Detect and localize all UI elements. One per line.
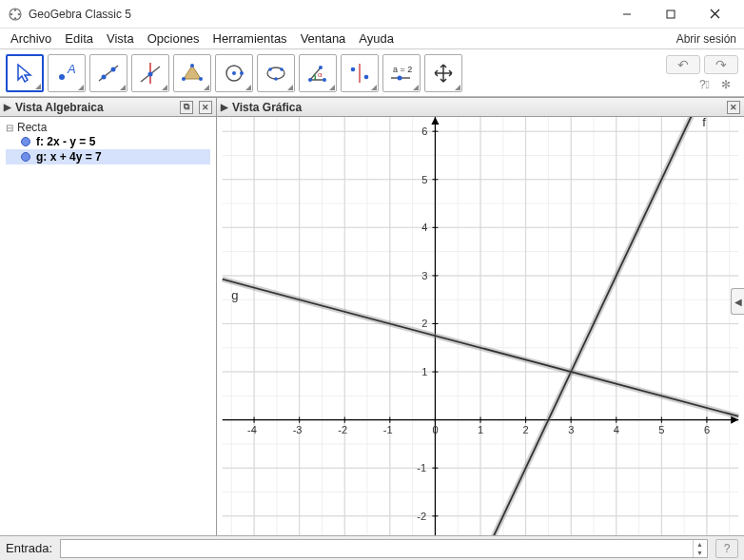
algebra-header[interactable]: ▶ Vista Algebraica ⧉ ✕ xyxy=(0,98,216,117)
tool-circle[interactable] xyxy=(215,54,253,92)
panel-close-button[interactable]: ✕ xyxy=(199,101,212,114)
close-button[interactable] xyxy=(693,1,736,28)
menu-window[interactable]: Ventana xyxy=(298,29,349,48)
svg-point-24 xyxy=(268,68,272,71)
svg-text:0: 0 xyxy=(432,424,438,435)
maximize-button[interactable] xyxy=(649,1,693,28)
main-area: ▶ Vista Algebraica ⧉ ✕ ⊟ Recta f: 2x - y… xyxy=(0,97,744,535)
menu-tools[interactable]: Herramientas xyxy=(210,29,290,48)
svg-text:4: 4 xyxy=(614,424,619,435)
menu-options[interactable]: Opciones xyxy=(145,29,203,48)
tree-category[interactable]: ⊟ Recta xyxy=(6,121,210,134)
svg-point-33 xyxy=(364,74,369,79)
svg-point-35 xyxy=(398,75,402,80)
svg-text:2: 2 xyxy=(523,424,529,435)
menu-file[interactable]: Archivo xyxy=(8,29,54,48)
tree-item-g[interactable]: g: x + 4y = 7 xyxy=(6,149,210,164)
tool-move[interactable] xyxy=(6,54,44,92)
menubar: Archivo Edita Vista Opciones Herramienta… xyxy=(0,29,744,49)
graph-svg: -4-3-2-10123456-2-1123456fg xyxy=(217,117,744,535)
svg-text:g: g xyxy=(231,288,238,302)
svg-text:1: 1 xyxy=(478,424,483,435)
minimize-button[interactable] xyxy=(605,1,649,28)
svg-text:6: 6 xyxy=(421,126,427,137)
menu-edit[interactable]: Edita xyxy=(62,29,96,48)
graphics-header[interactable]: ▶ Vista Gráfica ✕ xyxy=(217,98,744,117)
svg-text:5: 5 xyxy=(658,424,664,435)
settings-icon[interactable]: ✻ xyxy=(721,78,731,91)
svg-text:3: 3 xyxy=(421,270,427,281)
input-bar: Entrada: ▲▼ ? xyxy=(0,535,744,560)
side-panel-toggle[interactable]: ◀ xyxy=(731,288,744,315)
input-history-stepper[interactable]: ▲▼ xyxy=(693,540,706,557)
svg-point-16 xyxy=(148,71,153,76)
tool-perpendicular[interactable] xyxy=(131,54,169,92)
window-title: GeoGebra Classic 5 xyxy=(29,8,605,21)
svg-point-12 xyxy=(102,74,107,79)
svg-point-26 xyxy=(274,77,278,81)
svg-point-1 xyxy=(10,12,13,15)
tool-polygon[interactable] xyxy=(173,54,211,92)
svg-text:-3: -3 xyxy=(293,424,303,435)
graph-canvas[interactable]: -4-3-2-10123456-2-1123456fg xyxy=(217,117,744,535)
panel-popout-button[interactable]: ⧉ xyxy=(180,101,193,114)
collapse-icon: ▶ xyxy=(4,102,11,112)
collapse-icon: ▶ xyxy=(221,102,228,112)
input-field[interactable]: ▲▼ xyxy=(60,539,708,558)
svg-point-21 xyxy=(232,71,236,75)
svg-point-19 xyxy=(182,77,186,81)
tool-slider[interactable]: a = 2 xyxy=(382,54,421,92)
svg-point-13 xyxy=(111,67,116,71)
svg-text:A: A xyxy=(67,62,76,76)
tree-item-label: f: 2x - y = 5 xyxy=(36,135,95,148)
svg-text:-1: -1 xyxy=(383,424,393,435)
menu-view[interactable]: Vista xyxy=(104,29,137,48)
visibility-toggle-icon[interactable] xyxy=(21,137,30,146)
svg-text:-2: -2 xyxy=(417,511,426,522)
svg-point-17 xyxy=(190,64,194,68)
svg-text:3: 3 xyxy=(568,424,574,435)
svg-point-4 xyxy=(14,17,17,20)
slider-label: a = 2 xyxy=(393,65,412,74)
svg-text:5: 5 xyxy=(421,174,427,185)
tool-angle[interactable]: α xyxy=(299,54,337,92)
svg-point-28 xyxy=(323,78,326,82)
tree-expand-icon: ⊟ xyxy=(6,123,13,133)
titlebar: GeoGebra Classic 5 xyxy=(0,0,744,29)
tree-category-label: Recta xyxy=(17,121,47,134)
svg-point-27 xyxy=(308,78,312,82)
svg-text:4: 4 xyxy=(421,222,427,233)
undo-button[interactable]: ↶ xyxy=(666,55,700,74)
svg-point-29 xyxy=(319,66,323,69)
svg-text:α: α xyxy=(318,70,323,79)
svg-point-18 xyxy=(199,77,203,81)
tool-line[interactable] xyxy=(89,54,127,92)
svg-point-9 xyxy=(59,74,65,80)
tool-reflect[interactable] xyxy=(341,54,379,92)
graphics-title: Vista Gráfica xyxy=(232,101,302,114)
tool-conic[interactable] xyxy=(257,54,295,92)
tool-move-view[interactable] xyxy=(424,54,462,92)
algebra-title: Vista Algebraica xyxy=(15,101,104,114)
redo-button[interactable]: ↷ xyxy=(704,55,738,74)
svg-text:f: f xyxy=(702,117,706,129)
svg-point-2 xyxy=(18,12,21,15)
graphics-panel: ▶ Vista Gráfica ✕ -4-3-2-10123456-2-1123… xyxy=(217,98,744,535)
panel-close-button[interactable]: ✕ xyxy=(727,101,740,114)
algebra-panel: ▶ Vista Algebraica ⧉ ✕ ⊟ Recta f: 2x - y… xyxy=(0,98,217,535)
app-icon xyxy=(8,7,23,22)
tree-item-f[interactable]: f: 2x - y = 5 xyxy=(6,134,210,149)
svg-point-22 xyxy=(240,71,244,75)
sign-in-link[interactable]: Abrir sesión xyxy=(676,32,736,46)
input-label: Entrada: xyxy=(6,541,52,555)
svg-line-11 xyxy=(99,66,118,81)
help-icon[interactable]: ?⃝ xyxy=(699,78,710,91)
svg-text:2: 2 xyxy=(421,318,427,329)
menu-help[interactable]: Ayuda xyxy=(356,29,397,48)
svg-rect-6 xyxy=(667,10,675,18)
svg-point-25 xyxy=(280,68,284,71)
visibility-toggle-icon[interactable] xyxy=(21,152,30,162)
tool-point[interactable]: A xyxy=(48,54,86,92)
input-help-button[interactable]: ? xyxy=(715,539,738,558)
tree-item-label: g: x + 4y = 7 xyxy=(36,150,102,164)
